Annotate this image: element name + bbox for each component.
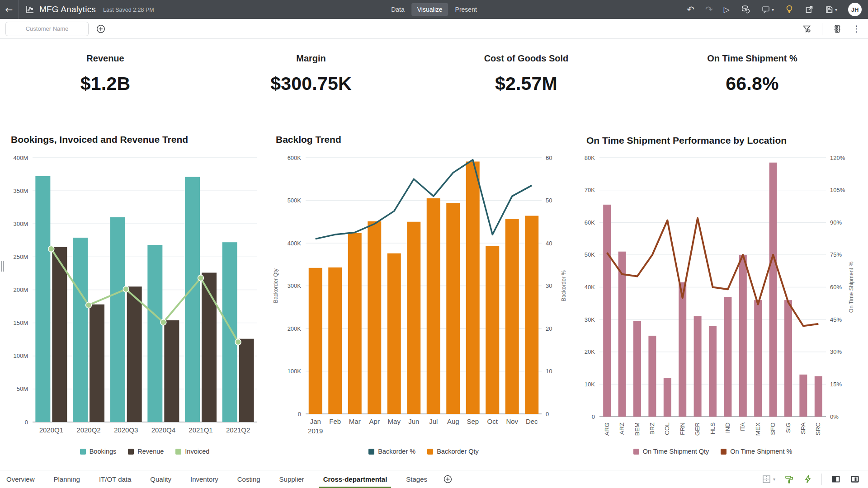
toggle-right-panel-button[interactable]	[850, 474, 860, 484]
kpi-tile-margin[interactable]: Margin $300.75K	[216, 53, 406, 94]
svg-text:300M: 300M	[13, 221, 28, 227]
svg-text:ARG: ARG	[604, 422, 610, 436]
svg-text:50M: 50M	[17, 385, 28, 392]
svg-text:HLS: HLS	[709, 422, 716, 434]
legend-item-invoiced[interactable]: Invoiced	[175, 448, 209, 455]
legend-label: Invoiced	[185, 448, 209, 455]
line-series-backorder-[interactable]	[316, 160, 532, 239]
legend-swatch	[368, 449, 374, 455]
kpi-title: Cost of Goods Sold	[431, 53, 621, 64]
filter-tools-button[interactable]	[802, 24, 812, 34]
undo-button[interactable]: ↶	[687, 5, 694, 14]
right-axis-label: 15%	[830, 381, 842, 388]
legend-item-on-time-shipment-[interactable]: On Time Shipment %	[721, 448, 792, 455]
customer-name-filter-input[interactable]	[5, 22, 89, 36]
comments-button[interactable]: ▾	[761, 5, 774, 14]
kpi-title: Revenue	[10, 53, 200, 64]
line-marker[interactable]	[235, 339, 241, 345]
legend-label: On Time Shipment %	[730, 448, 792, 455]
right-axis-title: Backorder %	[561, 270, 567, 301]
svg-text:300K: 300K	[288, 282, 302, 289]
left-axis-labels: 0100K200K300K400K500K600K	[288, 155, 302, 418]
legend-swatch	[633, 449, 639, 455]
filter-icon	[802, 24, 812, 34]
canvas-tab-planning[interactable]: Planning	[44, 470, 90, 488]
right-axis-label: 0	[546, 411, 549, 418]
canvas-tab-supplier[interactable]: Supplier	[270, 470, 314, 488]
right-axis-label: 30	[546, 282, 552, 289]
bar-series-on-time-shipment-qty[interactable]	[603, 163, 822, 417]
canvas-tabs: OverviewPlanningIT/OT dataQualityInvento…	[6, 470, 437, 488]
line-marker[interactable]	[160, 319, 166, 325]
refresh-data-button[interactable]	[741, 5, 750, 14]
svg-text:500K: 500K	[288, 197, 302, 204]
svg-text:350M: 350M	[13, 188, 28, 194]
right-axis-label: 30%	[830, 348, 842, 355]
svg-text:Sep: Sep	[467, 418, 479, 425]
add-canvas-button[interactable]	[443, 474, 453, 484]
svg-text:Aug: Aug	[447, 418, 459, 425]
right-axis-label: 75%	[830, 251, 842, 258]
export-button[interactable]	[805, 5, 814, 14]
mode-tab-data[interactable]: Data	[385, 3, 410, 16]
svg-text:400M: 400M	[13, 155, 28, 161]
svg-text:0: 0	[592, 413, 595, 420]
canvas-tab-overview[interactable]: Overview	[6, 470, 44, 488]
mode-tab-present[interactable]: Present	[449, 3, 483, 16]
kpi-tile-revenue[interactable]: Revenue $1.2B	[10, 53, 200, 94]
right-axis-label: 10	[546, 368, 552, 375]
line-marker[interactable]	[86, 302, 92, 308]
add-filter-button[interactable]	[96, 24, 106, 34]
legend-item-on-time-shipment-qty[interactable]: On Time Shipment Qty	[633, 448, 709, 455]
kpi-tile-cogs[interactable]: Cost of Goods Sold $2.57M	[431, 53, 621, 94]
svg-text:Feb: Feb	[329, 418, 341, 425]
svg-text:10K: 10K	[585, 381, 595, 388]
chart-0[interactable]: 050M100M150M200M250M300M350M400M2020Q120…	[0, 149, 267, 443]
canvas-layout-button[interactable]: ▾	[762, 474, 775, 484]
legend-item-bookings[interactable]: Bookings	[80, 448, 117, 455]
back-button[interactable]: ←	[0, 0, 18, 19]
line-marker[interactable]	[48, 246, 54, 252]
legend-item-backorder-qty[interactable]: Backorder Qty	[427, 448, 479, 455]
chart-1[interactable]: 0100K200K300K400K500K600K0102030405060Ja…	[271, 149, 574, 443]
legend-item-revenue[interactable]: Revenue	[128, 448, 164, 455]
canvas-tab-inventory[interactable]: Inventory	[181, 470, 228, 488]
run-button[interactable]: ▷	[724, 6, 730, 14]
redo-button[interactable]: ↷	[705, 5, 713, 14]
canvas-tab-cross-departmental[interactable]: Cross-departmental	[314, 470, 397, 488]
line-marker[interactable]	[198, 275, 204, 281]
bar-series-backorder-qty[interactable]	[309, 162, 539, 414]
insights-button[interactable]	[785, 5, 794, 14]
color-theme-button[interactable]	[784, 474, 794, 484]
canvas-tab-costing[interactable]: Costing	[228, 470, 270, 488]
mode-tab-visualize[interactable]: Visualize	[411, 3, 448, 16]
svg-text:Dec: Dec	[526, 418, 538, 425]
avatar[interactable]: JH	[848, 3, 862, 16]
kpi-title: On Time Shipment %	[657, 53, 847, 64]
svg-text:70K: 70K	[585, 187, 595, 193]
canvas-tab-quality[interactable]: Quality	[141, 470, 181, 488]
panel-right-toggle-icon	[850, 474, 860, 484]
panel-resize-handle[interactable]	[1, 261, 5, 272]
auto-insights-button[interactable]	[803, 474, 812, 484]
more-options-button[interactable]: ⋮	[852, 24, 861, 33]
legend-label: Revenue	[137, 448, 164, 455]
save-button[interactable]: ▾	[825, 5, 837, 14]
legend-item-backorder-[interactable]: Backorder %	[368, 448, 415, 455]
canvas-tab-stages[interactable]: Stages	[396, 470, 437, 488]
svg-text:60K: 60K	[585, 219, 595, 226]
line-marker[interactable]	[123, 286, 129, 292]
visualization-settings-button[interactable]	[832, 24, 842, 34]
color-theme-icon	[784, 474, 794, 484]
left-axis-labels: 050M100M150M200M250M300M350M400M	[13, 155, 28, 426]
kpi-value: $1.2B	[10, 73, 200, 94]
svg-text:COL: COL	[664, 422, 670, 435]
toggle-left-panel-button[interactable]	[831, 474, 841, 484]
last-saved-status: Last Saved 2:28 PM	[103, 7, 154, 13]
chart-2[interactable]: 010K20K30K40K50K60K70K80K0%15%30%45%60%7…	[583, 149, 868, 447]
kpi-tile-on-time-shipment[interactable]: On Time Shipment % 66.8%	[657, 53, 847, 94]
svg-text:80K: 80K	[585, 155, 595, 161]
x-axis-labels: Jan2019FebMarAprMayJunJulAugSepOctNovDec	[308, 418, 538, 435]
canvas-layout-icon	[762, 474, 771, 484]
canvas-tab-it-ot-data[interactable]: IT/OT data	[90, 470, 141, 488]
